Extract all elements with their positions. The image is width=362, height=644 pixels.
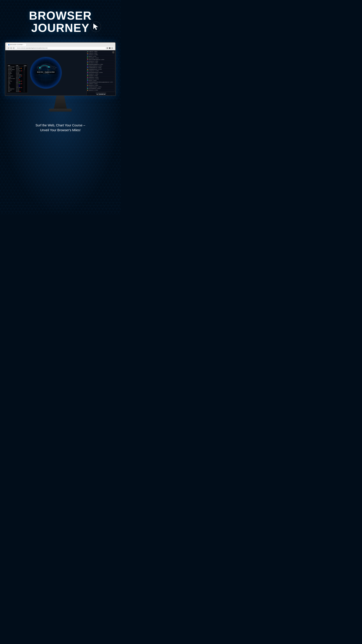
domain-name: googleads.g.doubleclick.net – ca. 319 km bbox=[88, 66, 114, 66]
table-row: Dublin Ireland 1 bbox=[7, 82, 27, 83]
country-cell: France bbox=[15, 86, 23, 87]
monitor-stand bbox=[54, 96, 67, 109]
expand-icon[interactable]: + bbox=[114, 78, 115, 80]
expand-icon[interactable]: + bbox=[114, 66, 115, 67]
expand-icon[interactable]: + bbox=[114, 64, 115, 65]
expand-icon[interactable]: + bbox=[114, 54, 115, 56]
domain-item: www.google.com – ca. 319 km + bbox=[86, 74, 115, 75]
expand-icon[interactable]: + bbox=[114, 61, 115, 62]
expand-icon[interactable]: + bbox=[114, 59, 115, 60]
domain-name: tilasiga.com – ca. 94 km bbox=[88, 56, 114, 57]
expand-icon[interactable]: + bbox=[114, 84, 115, 84]
svg-point-20 bbox=[49, 66, 50, 66]
expand-icon[interactable]: + bbox=[114, 56, 115, 57]
svg-marker-1 bbox=[93, 24, 98, 30]
browser-tab[interactable]: BROWSER JOURNEY × bbox=[6, 44, 26, 46]
count-cell: 1 bbox=[23, 90, 27, 91]
count-cell: 1 bbox=[23, 82, 27, 83]
domain-color-dot bbox=[87, 66, 88, 66]
domain-name: acdn.adnxs.com – ca. 304 km bbox=[88, 85, 114, 86]
tab-close-button[interactable]: × bbox=[24, 44, 24, 46]
svg-point-58 bbox=[39, 70, 39, 70]
table-row: Frankfurt am Main Germany 119 bbox=[7, 66, 27, 68]
svg-point-19 bbox=[48, 66, 49, 66]
svg-point-69 bbox=[55, 67, 55, 67]
domain-name: www.ard-production-shop.com – ca. 319 km bbox=[88, 72, 114, 73]
expand-icon[interactable]: + bbox=[114, 88, 115, 89]
domain-name: images-eu.ssl-images-amazon.com – ca. 31… bbox=[88, 59, 114, 60]
domain-item: www.google.de – ca. 319 km + bbox=[86, 75, 115, 77]
city-cell: Hofheim am Taunus bbox=[7, 78, 15, 79]
domain-color-dot bbox=[87, 62, 88, 63]
monitor-section: BROWSER JOURNEY × chrome-extension://jpi… bbox=[0, 39, 121, 115]
country-cell: Germany bbox=[15, 69, 23, 70]
svg-point-27 bbox=[50, 66, 51, 67]
expand-icon[interactable]: + bbox=[114, 82, 115, 83]
expand-icon[interactable]: + bbox=[114, 74, 115, 75]
count-cell: 1 bbox=[23, 86, 27, 87]
city-cell: Ljubljana bbox=[7, 77, 15, 78]
country-cell: United States bbox=[15, 87, 23, 88]
expand-icon[interactable]: + bbox=[114, 58, 115, 58]
country-cell: Germany bbox=[15, 66, 23, 68]
domain-name: s2s.phidlaw-ad-serving.net – ca. 304 km bbox=[88, 86, 114, 88]
back-button[interactable] bbox=[7, 47, 9, 49]
city-cell: Menlo Park bbox=[7, 80, 15, 82]
city-cell: Mannheim bbox=[7, 90, 15, 91]
domain-name: ib.adnxs.de – ca. 304 km bbox=[88, 80, 114, 81]
count-cell: 4 bbox=[23, 74, 27, 75]
bookmark-button[interactable]: ★ bbox=[106, 47, 108, 49]
svg-point-51 bbox=[37, 68, 37, 68]
svg-point-49 bbox=[38, 68, 39, 68]
country-cell: Netherlands bbox=[15, 68, 23, 69]
domain-name: cm.adgre.com – ca. 889 km bbox=[88, 51, 114, 52]
domain-name: sync-tm.everesttech.net – ca. 304 km bbox=[88, 88, 114, 89]
title-line1: BROWSER bbox=[29, 9, 92, 22]
expand-icon[interactable]: + bbox=[114, 75, 115, 76]
forward-button[interactable] bbox=[10, 47, 12, 49]
count-cell: 18 bbox=[23, 68, 27, 69]
expand-icon[interactable]: + bbox=[114, 80, 115, 81]
svg-point-24 bbox=[48, 68, 48, 68]
browser-actions: ★ ⬛ ⋮ bbox=[106, 47, 113, 49]
expand-icon[interactable]: + bbox=[114, 77, 115, 78]
expand-icon[interactable]: + bbox=[114, 90, 115, 91]
expand-icon[interactable]: + bbox=[114, 72, 115, 73]
table-row: Paris France 1 bbox=[7, 86, 27, 87]
domain-name: cdn.vejnt.com – ca. 468 km bbox=[88, 53, 114, 54]
country-cell: Denmark bbox=[15, 91, 23, 92]
right-panel-footer: Gesamtdistanz aller Domains ca. 118.645 … bbox=[86, 92, 115, 95]
table-row: London United Kingdom 4 bbox=[7, 74, 27, 75]
table-row: Herlev Denmark 1 bbox=[7, 91, 27, 92]
extensions-button[interactable]: ⬛ bbox=[109, 47, 111, 49]
domain-item: ads.pubmatic.com – ca. 304 km + bbox=[86, 78, 115, 80]
expand-icon[interactable]: + bbox=[114, 67, 115, 68]
domain-color-dot bbox=[87, 59, 88, 60]
domain-name: tpc.googlesyndication.com – ca. 319 km bbox=[88, 67, 114, 68]
menu-button[interactable]: ⋮ bbox=[111, 47, 113, 49]
expand-icon[interactable]: + bbox=[114, 86, 115, 88]
domain-name: ad.yieldlab.net – ca. 304 km bbox=[88, 84, 114, 84]
domain-item: tilasiga.com – ca. 94 km + bbox=[86, 56, 115, 57]
svg-point-57 bbox=[40, 69, 40, 70]
country-cell: Germany bbox=[15, 90, 23, 91]
expand-icon[interactable]: + bbox=[114, 85, 115, 86]
help-label: ? bbox=[113, 52, 114, 53]
domain-color-dot bbox=[87, 80, 88, 81]
reload-button[interactable] bbox=[13, 47, 15, 49]
tab-label: BROWSER JOURNEY bbox=[10, 44, 23, 46]
domain-name: match.prod.bidr.in – ca. 321 km bbox=[88, 58, 114, 58]
domain-name: as579ksd4u8stdf9a07da1x250.safeframe.goo… bbox=[88, 82, 114, 82]
country-cell: Austria bbox=[15, 79, 23, 80]
monitor-wrapper: BROWSER JOURNEY × chrome-extension://jpi… bbox=[5, 42, 116, 112]
country-cell: United States bbox=[15, 80, 23, 82]
expand-icon[interactable]: + bbox=[114, 70, 115, 72]
address-bar[interactable]: chrome-extension://jpiod8pehtigafwotmnti… bbox=[15, 47, 106, 49]
expand-icon[interactable]: + bbox=[114, 62, 115, 64]
count-cell: 1 bbox=[23, 88, 27, 90]
domain-color-dot bbox=[87, 77, 88, 78]
svg-point-67 bbox=[53, 66, 53, 66]
subtitle-line2: Unveil Your Browser's Miles! bbox=[35, 128, 85, 132]
svg-point-76 bbox=[53, 68, 53, 69]
expand-icon[interactable]: + bbox=[114, 69, 115, 70]
